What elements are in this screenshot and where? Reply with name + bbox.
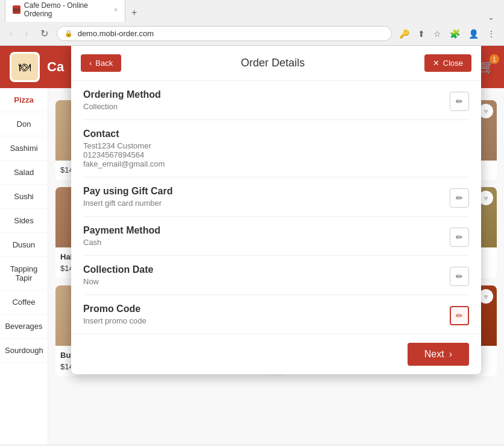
site-logo: 🍽	[10, 52, 40, 82]
gift-card-edit-button[interactable]: ✏	[450, 188, 469, 208]
collection-date-edit-button[interactable]: ✏	[450, 267, 469, 286]
tab-favicon: 🍽	[13, 5, 20, 14]
ordering-method-value: Collection	[83, 102, 450, 111]
collection-date-content: Collection Date Now	[83, 264, 450, 286]
browser-tabs: 🍽 Cafe Demo - Online Ordering × + ⌄	[0, 0, 504, 22]
modal-back-button[interactable]: ‹ Back	[81, 54, 121, 72]
refresh-button[interactable]: ↻	[37, 25, 52, 42]
cart-badge: 1	[490, 54, 499, 64]
sidebar-item-beverages[interactable]: Beverages	[0, 314, 48, 339]
window-controls: ⌄	[488, 13, 499, 22]
tab-title: Cafe Demo - Online Ordering	[24, 1, 110, 18]
browser-chrome: 🍽 Cafe Demo - Online Ordering × + ⌄ ‹ › …	[0, 0, 504, 46]
extension-icon[interactable]: 🧩	[447, 27, 462, 41]
ordering-method-edit-button[interactable]: ✏	[450, 92, 469, 111]
tab-close-button[interactable]: ×	[114, 7, 118, 13]
promo-code-edit-button[interactable]: ✏	[450, 306, 469, 325]
next-button[interactable]: Next ›	[408, 343, 469, 366]
close-x-icon: ✕	[433, 59, 439, 68]
payment-method-value: Cash	[83, 238, 450, 247]
promo-code-content: Promo Code Insert promo code	[83, 304, 450, 325]
sidebar-item-sides[interactable]: Sides	[0, 209, 48, 233]
browser-toolbar: ‹ › ↻ 🔒 demo.mobi-order.com 🔑 ⬆ ☆ 🧩 👤 ⋮	[0, 22, 504, 45]
sidebar-item-sourdough[interactable]: Sourdough	[0, 339, 48, 363]
payment-method-edit-button[interactable]: ✏	[450, 228, 469, 247]
collection-date-label: Collection Date	[83, 264, 450, 275]
new-tab-button[interactable]: +	[125, 4, 143, 22]
promo-code-section: Promo Code Insert promo code ✏	[83, 295, 469, 334]
contact-label: Contact	[83, 129, 469, 139]
contact-content: Contact Test1234 Customer 01234567894564…	[83, 129, 469, 168]
back-arrow-icon: ‹	[89, 59, 92, 68]
ordering-method-content: Ordering Method Collection	[83, 89, 450, 111]
modal-header: ‹ Back Order Details ✕ Close	[71, 46, 481, 81]
contact-line3: fake_email@gmail.com	[83, 159, 469, 168]
page-content: 🍽 Ca 234▾ 🛒 1 Pizza Don Sashimi Salad Su…	[0, 46, 504, 444]
payment-method-section: Payment Method Cash ✏	[83, 217, 469, 256]
promo-code-label: Promo Code	[83, 304, 450, 314]
payment-method-label: Payment Method	[83, 225, 450, 236]
site-title: Ca	[47, 59, 64, 75]
modal-close-button[interactable]: ✕ Close	[424, 54, 471, 72]
modal-body: Ordering Method Collection ✏ Contact Tes…	[71, 81, 481, 334]
sidebar-item-coffee[interactable]: Coffee	[0, 290, 48, 314]
browser-menu-icon[interactable]: 👤	[466, 27, 481, 41]
logo-image: 🍽	[11, 54, 38, 80]
address-bar[interactable]: 🔒 demo.mobi-order.com	[57, 26, 392, 41]
promo-code-value: Insert promo code	[83, 316, 450, 325]
sidebar-item-tapping-tapir[interactable]: Tapping Tapir	[0, 257, 48, 290]
back-button[interactable]: ‹	[6, 26, 16, 42]
gift-card-value: Insert gift card number	[83, 199, 450, 208]
contact-section: Contact Test1234 Customer 01234567894564…	[83, 120, 469, 177]
key-icon[interactable]: 🔑	[397, 27, 412, 41]
next-arrow-icon: ›	[449, 349, 452, 360]
more-options-icon[interactable]: ⋮	[485, 27, 498, 41]
payment-method-content: Payment Method Cash	[83, 225, 450, 247]
contact-line1: Test1234 Customer	[83, 141, 469, 150]
share-icon[interactable]: ⬆	[415, 27, 427, 41]
order-details-modal: ‹ Back Order Details ✕ Close Ordering Me…	[71, 46, 481, 374]
sidebar-item-sashimi[interactable]: Sashimi	[0, 136, 48, 161]
active-tab[interactable]: 🍽 Cafe Demo - Online Ordering ×	[5, 0, 125, 22]
ordering-method-section: Ordering Method Collection ✏	[83, 81, 469, 120]
address-text: demo.mobi-order.com	[78, 29, 384, 38]
gift-card-content: Pay using Gift Card Insert gift card num…	[83, 186, 450, 208]
browser-actions: 🔑 ⬆ ☆ 🧩 👤 ⋮	[397, 27, 498, 41]
modal-title: Order Details	[121, 57, 424, 69]
sidebar-item-sushi[interactable]: Sushi	[0, 185, 48, 209]
contact-line2: 01234567894564	[83, 150, 469, 159]
bookmark-icon[interactable]: ☆	[431, 27, 444, 41]
sidebar-item-dusun[interactable]: Dusun	[0, 233, 48, 257]
sidebar-item-pizza[interactable]: Pizza	[0, 88, 48, 112]
gift-card-section: Pay using Gift Card Insert gift card num…	[83, 177, 469, 217]
sidebar-item-don[interactable]: Don	[0, 112, 48, 136]
lock-icon: 🔒	[65, 30, 73, 37]
forward-button[interactable]: ›	[21, 26, 31, 42]
collection-date-section: Collection Date Now ✏	[83, 256, 469, 295]
gift-card-label: Pay using Gift Card	[83, 186, 450, 197]
modal-footer: Next ›	[71, 334, 481, 374]
sidebar: Pizza Don Sashimi Salad Sushi Sides Dusu…	[0, 88, 48, 444]
collection-date-value: Now	[83, 277, 450, 286]
sidebar-item-salad[interactable]: Salad	[0, 161, 48, 185]
ordering-method-label: Ordering Method	[83, 89, 450, 100]
